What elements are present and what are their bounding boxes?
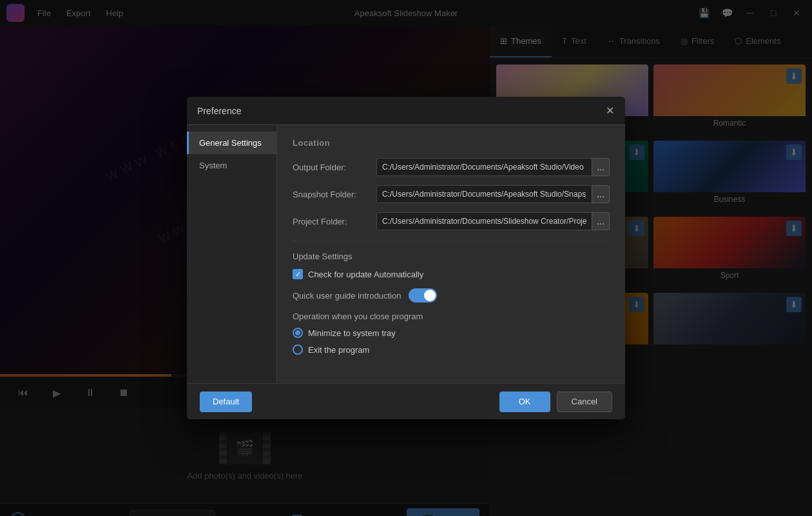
radio-exit-label: Exit the program xyxy=(308,345,369,355)
radio-minimize[interactable] xyxy=(293,328,303,338)
dialog-title: Preference xyxy=(197,106,241,116)
close-operation-group: Operation when you close program Minimiz… xyxy=(293,312,610,355)
quick-guide-row: Quick user guide introduction xyxy=(293,288,610,303)
ok-button[interactable]: OK xyxy=(499,392,550,412)
dialog-content-area: Location Output Folder: ... Snapshot Fol… xyxy=(277,125,625,383)
update-section-title: Update Settings xyxy=(293,252,610,261)
snapshot-folder-row: Snapshot Folder: ... xyxy=(293,185,610,203)
radio-minimize-fill xyxy=(295,330,300,335)
preference-dialog: Preference ✕ General Settings System Loc… xyxy=(187,97,625,419)
sidebar-item-system[interactable]: System xyxy=(187,154,276,177)
quick-guide-label: Quick user guide introduction xyxy=(293,291,401,301)
close-operation-title: Operation when you close program xyxy=(293,312,610,321)
output-folder-row: Output Folder: ... xyxy=(293,158,610,176)
quick-guide-toggle[interactable] xyxy=(409,288,437,303)
section-divider xyxy=(293,241,610,241)
output-folder-label: Output Folder: xyxy=(293,163,376,172)
snapshot-folder-label: Snapshot Folder: xyxy=(293,190,376,199)
output-folder-browse[interactable]: ... xyxy=(592,158,610,176)
check-update-checkbox[interactable] xyxy=(293,269,303,279)
radio-minimize-label: Minimize to system tray xyxy=(308,328,396,338)
radio-exit[interactable] xyxy=(293,344,303,355)
snapshot-folder-input[interactable] xyxy=(376,185,592,203)
radio-minimize-row: Minimize to system tray xyxy=(293,328,610,338)
location-section-title: Location xyxy=(293,138,610,148)
snapshot-folder-browse[interactable]: ... xyxy=(592,185,610,203)
sidebar-item-general[interactable]: General Settings xyxy=(187,132,276,154)
dialog-footer-actions: OK Cancel xyxy=(499,392,612,412)
output-folder-input[interactable] xyxy=(376,158,592,176)
default-button[interactable]: Default xyxy=(200,392,252,412)
project-folder-label: Project Folder: xyxy=(293,217,376,226)
dialog-header: Preference ✕ xyxy=(187,97,625,125)
project-folder-input[interactable] xyxy=(376,212,592,230)
check-update-row: Check for update Automatically xyxy=(293,269,610,279)
toggle-knob xyxy=(424,290,436,301)
dialog-overlay: Preference ✕ General Settings System Loc… xyxy=(0,0,812,516)
radio-exit-row: Exit the program xyxy=(293,344,610,355)
dialog-sidebar: General Settings System xyxy=(187,125,277,383)
cancel-button[interactable]: Cancel xyxy=(557,392,612,412)
dialog-close-button[interactable]: ✕ xyxy=(602,103,617,119)
project-folder-browse[interactable]: ... xyxy=(592,212,610,230)
dialog-footer: Default OK Cancel xyxy=(187,383,625,419)
dialog-body: General Settings System Location Output … xyxy=(187,125,625,383)
check-update-label: Check for update Automatically xyxy=(308,270,423,279)
project-folder-row: Project Folder: ... xyxy=(293,212,610,230)
